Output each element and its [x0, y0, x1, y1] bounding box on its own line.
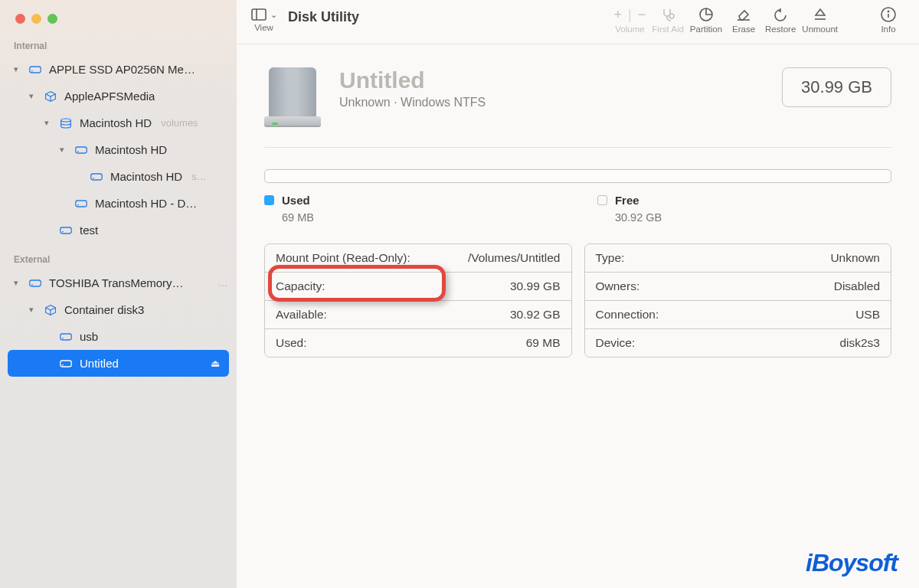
- sidebar-item-label: Container disk3: [64, 303, 144, 316]
- used-value: 69 MB: [282, 211, 314, 224]
- used-label: Used: [282, 194, 310, 207]
- hdd-icon: [58, 358, 74, 370]
- hdd-icon: [58, 224, 74, 237]
- sidebar-item-label: AppleAPFSMedia: [64, 90, 155, 103]
- info-row: Connection:USB: [585, 301, 891, 329]
- hdd-icon: [28, 64, 43, 76]
- window-title: Disk Utility: [288, 9, 359, 25]
- cube-icon: [43, 304, 58, 316]
- view-button[interactable]: ⌄ View: [250, 6, 277, 32]
- sidebar-item[interactable]: Macintosh HD: [0, 136, 237, 163]
- sidebar-item[interactable]: test: [0, 217, 237, 243]
- info-row: Owners:Disabled: [585, 273, 891, 301]
- sidebar: Internal APPLE SSD AP0256N Me…AppleAPFSM…: [0, 0, 237, 588]
- volume-name: Untitled: [339, 67, 486, 93]
- eject-icon[interactable]: ⏏: [209, 358, 221, 369]
- info-row: Mount Point (Read-Only):/Volumes/Untitle…: [265, 244, 571, 273]
- volume-icon: [264, 67, 321, 127]
- sidebar-item-label: Macintosh HD: [80, 116, 152, 129]
- info-row: Device:disk2s3: [585, 329, 891, 357]
- main-pane: ⌄ View Disk Utility +|− Volume First Aid…: [237, 0, 919, 588]
- chevron-down-icon[interactable]: [44, 118, 52, 128]
- sidebar-item[interactable]: APPLE SSD AP0256N Me…: [0, 56, 237, 83]
- sidebar-item[interactable]: usb: [0, 323, 237, 350]
- sidebar-item-label: TOSHIBA TransMemory…: [49, 276, 184, 289]
- used-swatch-icon: [264, 195, 274, 205]
- hdd-icon: [58, 331, 74, 343]
- restore-button[interactable]: Restore: [765, 6, 796, 34]
- chevron-down-icon[interactable]: [60, 145, 67, 155]
- sidebar-item-label: Untitled: [80, 357, 119, 370]
- hdd-icon: [89, 171, 104, 183]
- free-value: 30.92 GB: [615, 211, 662, 224]
- hdd-icon: [28, 277, 43, 289]
- zoom-icon[interactable]: [47, 14, 57, 24]
- sidebar-item-label: Macintosh HD: [95, 143, 167, 156]
- hdd-icon: [74, 198, 89, 210]
- sidebar-item-label: Macintosh HD - D…: [95, 197, 197, 210]
- info-row: Available:30.92 GB: [265, 301, 571, 329]
- capacity-badge: 30.99 GB: [782, 67, 891, 107]
- usage-bar: [264, 169, 891, 183]
- volume-detail: Untitled Unknown · Windows NTFS 30.99 GB…: [237, 44, 919, 588]
- toolbar: ⌄ View Disk Utility +|− Volume First Aid…: [237, 0, 919, 44]
- firstaid-button: First Aid: [652, 6, 684, 34]
- info-row: Used:69 MB: [265, 329, 571, 357]
- info-row: Type:Unknown: [585, 244, 891, 273]
- sidebar-heading-internal: Internal: [0, 38, 237, 56]
- volume-meta: Unknown · Windows NTFS: [339, 96, 486, 109]
- sidebar-heading-external: External: [0, 251, 237, 270]
- sidebar-item-label: Macintosh HD: [110, 170, 182, 183]
- info-button[interactable]: Info: [873, 6, 904, 34]
- volume-button: +|− Volume: [614, 6, 646, 34]
- info-table-right: Type:UnknownOwners:DisabledConnection:US…: [584, 243, 892, 358]
- erase-button[interactable]: Erase: [728, 6, 759, 34]
- free-label: Free: [615, 194, 639, 207]
- partition-button[interactable]: Partition: [690, 6, 722, 34]
- chevron-down-icon[interactable]: [29, 305, 37, 315]
- unmount-button[interactable]: Unmount: [802, 6, 838, 34]
- sidebar-item[interactable]: Macintosh HDs…: [0, 163, 237, 190]
- minimize-icon[interactable]: [31, 14, 41, 24]
- stack-icon: [58, 117, 74, 129]
- sidebar-item[interactable]: Macintosh HDvolumes: [0, 109, 237, 136]
- hdd-icon: [74, 144, 89, 156]
- sidebar-item-label: test: [80, 224, 98, 237]
- info-table-left: Mount Point (Read-Only):/Volumes/Untitle…: [264, 243, 572, 358]
- info-row: Capacity:30.99 GB: [265, 273, 571, 301]
- close-icon[interactable]: [15, 14, 25, 24]
- sidebar-tree-external: TOSHIBA TransMemory……Container disk3usbU…: [0, 270, 237, 377]
- sidebar-item[interactable]: AppleAPFSMedia: [0, 83, 237, 109]
- free-swatch-icon: [597, 195, 607, 205]
- chevron-down-icon[interactable]: [14, 278, 21, 288]
- sidebar-tree-internal: APPLE SSD AP0256N Me…AppleAPFSMediaMacin…: [0, 56, 237, 243]
- sidebar-item-label: APPLE SSD AP0256N Me…: [49, 63, 195, 76]
- sidebar-item[interactable]: TOSHIBA TransMemory……: [0, 270, 237, 296]
- eject-icon[interactable]: …: [217, 277, 229, 289]
- sidebar-item[interactable]: Container disk3: [0, 296, 237, 323]
- window-controls: [0, 6, 237, 38]
- chevron-down-icon[interactable]: [29, 91, 37, 101]
- sidebar-item-label: usb: [80, 330, 98, 343]
- chevron-down-icon[interactable]: [14, 64, 21, 74]
- cube-icon: [43, 90, 58, 103]
- brand-watermark: iBoysoft: [806, 549, 898, 577]
- sidebar-item[interactable]: Macintosh HD - D…: [0, 190, 237, 217]
- sidebar-item[interactable]: Untitled⏏: [8, 350, 229, 377]
